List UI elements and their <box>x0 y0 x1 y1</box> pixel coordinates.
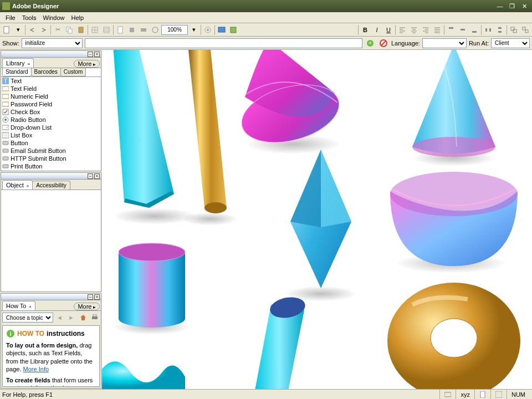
info-icon: i <box>6 329 15 338</box>
accessibility-tab[interactable]: Accessibility <box>32 181 70 190</box>
cyan-cone-shape <box>412 50 495 157</box>
dist-v-button[interactable] <box>494 24 505 35</box>
valign-bot-button[interactable] <box>469 24 480 35</box>
panel-close-icon[interactable]: × <box>94 294 100 300</box>
howto-tab[interactable]: How To × <box>2 301 35 310</box>
copy-button[interactable] <box>64 24 75 35</box>
valign-mid-button[interactable] <box>457 24 468 35</box>
svg-rect-35 <box>461 29 465 30</box>
back-button[interactable]: ◄ <box>54 312 65 323</box>
close-button[interactable]: ✕ <box>519 2 530 11</box>
align-center-button[interactable] <box>408 24 420 35</box>
status-help: For Help, press F1 <box>2 391 53 398</box>
text-icon: T <box>2 78 9 84</box>
bowl-shape <box>390 172 518 266</box>
runat-select[interactable]: Client <box>491 38 530 48</box>
new-button[interactable] <box>1 24 12 35</box>
svg-text:+: + <box>369 39 372 46</box>
cyan-bar-shape <box>113 50 174 208</box>
valign-top-button[interactable] <box>446 24 457 35</box>
group-button[interactable] <box>508 24 519 35</box>
circle-button[interactable] <box>150 24 161 35</box>
library-more-button[interactable]: More ▸ <box>74 60 100 68</box>
panel-min-icon[interactable]: – <box>88 52 93 57</box>
svg-rect-40 <box>498 31 502 33</box>
target-button[interactable] <box>202 24 213 35</box>
howto-body: iHOW TO instructions To lay out a form d… <box>2 325 100 387</box>
panel-min-icon[interactable]: – <box>88 173 93 179</box>
undo-button[interactable] <box>27 24 38 35</box>
align-left-button[interactable] <box>397 24 408 35</box>
panel-close-icon[interactable]: × <box>94 173 100 179</box>
topic-select[interactable]: Choose a topic... <box>2 313 53 323</box>
tab-close-icon[interactable]: × <box>27 62 30 66</box>
svg-rect-89 <box>444 392 451 397</box>
menu-window[interactable]: Window <box>39 13 68 22</box>
zoom-dropdown[interactable]: ▾ <box>188 24 200 35</box>
list-item: Button <box>1 139 101 147</box>
add-script-button[interactable]: + <box>365 38 376 49</box>
panel-min-icon[interactable]: – <box>88 294 93 300</box>
svg-line-48 <box>381 41 386 45</box>
moreinfo-link[interactable]: More Info <box>23 366 49 372</box>
menu-tools[interactable]: Tools <box>19 13 40 22</box>
svg-rect-81 <box>119 252 185 319</box>
align-justify-button[interactable] <box>432 24 443 35</box>
italic-button[interactable]: I <box>371 24 382 35</box>
stop-script-button[interactable] <box>378 38 389 49</box>
dropdown-icon[interactable]: ▾ <box>13 24 24 35</box>
menu-file[interactable]: File <box>2 13 19 22</box>
dist-h-button[interactable] <box>483 24 494 35</box>
svg-point-79 <box>412 137 495 157</box>
canvas[interactable]: < <box>102 50 532 389</box>
rect-button[interactable] <box>138 24 149 35</box>
library-list[interactable]: TText Text Field Numeric Field Password … <box>1 76 101 171</box>
textfield-icon <box>2 85 9 92</box>
object-tab[interactable]: Object × <box>2 180 33 190</box>
redo-button[interactable] <box>38 24 49 35</box>
print-button[interactable] <box>89 312 100 323</box>
ungroup-button[interactable] <box>520 24 531 35</box>
svg-rect-0 <box>4 27 9 33</box>
wave-shape <box>102 361 185 389</box>
bold-button[interactable]: B <box>360 24 371 35</box>
howto-more-button[interactable]: More ▸ <box>74 303 100 310</box>
list-item: Password Field <box>1 100 101 108</box>
home-button[interactable] <box>78 312 88 323</box>
language-select[interactable] <box>422 38 467 48</box>
tab-close-icon[interactable]: × <box>27 183 29 188</box>
underline-button[interactable]: U <box>383 24 394 35</box>
menu-help[interactable]: Help <box>68 13 88 22</box>
show-select[interactable]: initialize <box>22 38 83 48</box>
fwd-button[interactable]: ► <box>66 312 76 323</box>
script-field[interactable] <box>85 38 362 48</box>
tab-close-icon[interactable]: × <box>29 304 32 309</box>
grid-button[interactable] <box>89 24 100 35</box>
grid2-button[interactable] <box>101 24 112 35</box>
zoom-field[interactable] <box>161 25 188 35</box>
minimize-button[interactable]: — <box>494 2 505 11</box>
cut-button[interactable]: ✂ <box>52 24 63 35</box>
cylinder-shape <box>119 243 185 328</box>
restore-button[interactable]: ❐ <box>507 2 518 11</box>
status-num: NUM <box>507 390 530 399</box>
align-right-button[interactable] <box>420 24 431 35</box>
library-tab[interactable]: Library × <box>2 58 34 68</box>
menubar: File Tools Window Help <box>0 12 532 23</box>
http-button-icon <box>2 155 9 162</box>
preview-button[interactable] <box>216 24 227 35</box>
page-button[interactable] <box>115 24 126 35</box>
howto-p2: To create fields that form users can typ… <box>6 376 96 387</box>
subtab-barcodes[interactable]: Barcodes <box>31 68 61 76</box>
subtab-custom[interactable]: Custom <box>60 68 86 76</box>
panel-close-icon[interactable]: × <box>94 52 100 57</box>
svg-rect-43 <box>523 27 525 30</box>
svg-rect-16 <box>218 27 225 32</box>
list-item: Radio Button <box>1 116 101 124</box>
listbox-icon <box>2 132 9 139</box>
stop-button[interactable] <box>126 24 137 35</box>
svg-rect-90 <box>480 391 485 398</box>
paste-button[interactable] <box>75 24 86 35</box>
subtab-standard[interactable]: Standard <box>2 68 32 76</box>
export-button[interactable] <box>228 24 239 35</box>
